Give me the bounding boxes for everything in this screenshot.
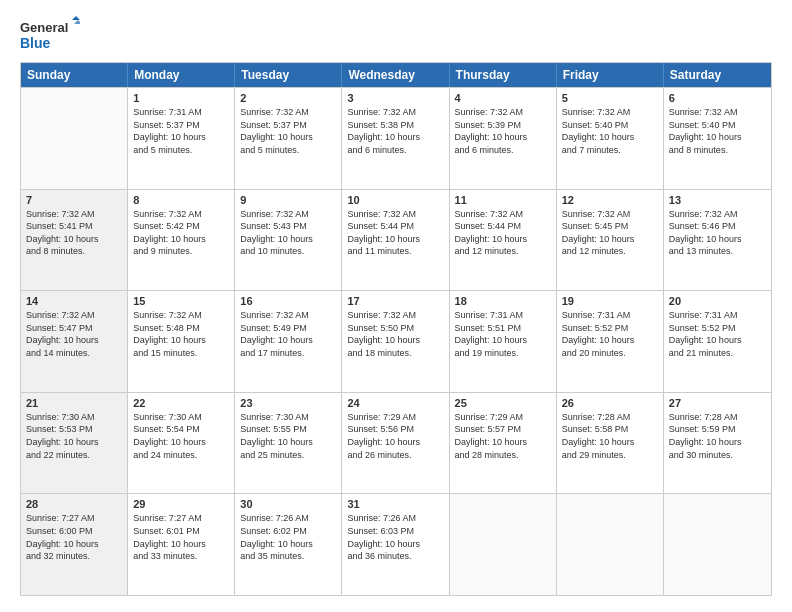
day-info: Sunrise: 7:27 AM Sunset: 6:01 PM Dayligh… xyxy=(133,512,229,562)
day-info: Sunrise: 7:31 AM Sunset: 5:52 PM Dayligh… xyxy=(562,309,658,359)
day-number: 23 xyxy=(240,397,336,409)
day-number: 22 xyxy=(133,397,229,409)
day-info: Sunrise: 7:32 AM Sunset: 5:49 PM Dayligh… xyxy=(240,309,336,359)
day-info: Sunrise: 7:32 AM Sunset: 5:40 PM Dayligh… xyxy=(562,106,658,156)
day-info: Sunrise: 7:32 AM Sunset: 5:44 PM Dayligh… xyxy=(455,208,551,258)
day-info: Sunrise: 7:32 AM Sunset: 5:41 PM Dayligh… xyxy=(26,208,122,258)
calendar-cell: 8Sunrise: 7:32 AM Sunset: 5:42 PM Daylig… xyxy=(128,190,235,291)
calendar-cell: 20Sunrise: 7:31 AM Sunset: 5:52 PM Dayli… xyxy=(664,291,771,392)
calendar-week: 21Sunrise: 7:30 AM Sunset: 5:53 PM Dayli… xyxy=(21,392,771,494)
svg-marker-2 xyxy=(72,16,80,20)
day-number: 28 xyxy=(26,498,122,510)
day-number: 5 xyxy=(562,92,658,104)
calendar-cell xyxy=(557,494,664,595)
day-info: Sunrise: 7:32 AM Sunset: 5:47 PM Dayligh… xyxy=(26,309,122,359)
calendar-cell: 5Sunrise: 7:32 AM Sunset: 5:40 PM Daylig… xyxy=(557,88,664,189)
day-info: Sunrise: 7:32 AM Sunset: 5:37 PM Dayligh… xyxy=(240,106,336,156)
day-info: Sunrise: 7:29 AM Sunset: 5:56 PM Dayligh… xyxy=(347,411,443,461)
day-number: 10 xyxy=(347,194,443,206)
logo: General Blue xyxy=(20,16,80,52)
calendar-body: 1Sunrise: 7:31 AM Sunset: 5:37 PM Daylig… xyxy=(21,87,771,595)
day-info: Sunrise: 7:32 AM Sunset: 5:43 PM Dayligh… xyxy=(240,208,336,258)
calendar-cell: 2Sunrise: 7:32 AM Sunset: 5:37 PM Daylig… xyxy=(235,88,342,189)
calendar-header-cell: Sunday xyxy=(21,63,128,87)
calendar-cell: 7Sunrise: 7:32 AM Sunset: 5:41 PM Daylig… xyxy=(21,190,128,291)
calendar-cell: 17Sunrise: 7:32 AM Sunset: 5:50 PM Dayli… xyxy=(342,291,449,392)
day-number: 4 xyxy=(455,92,551,104)
svg-text:General: General xyxy=(20,20,68,35)
calendar-week: 1Sunrise: 7:31 AM Sunset: 5:37 PM Daylig… xyxy=(21,87,771,189)
calendar-cell: 25Sunrise: 7:29 AM Sunset: 5:57 PM Dayli… xyxy=(450,393,557,494)
day-number: 29 xyxy=(133,498,229,510)
day-number: 2 xyxy=(240,92,336,104)
day-info: Sunrise: 7:31 AM Sunset: 5:52 PM Dayligh… xyxy=(669,309,766,359)
calendar-cell: 14Sunrise: 7:32 AM Sunset: 5:47 PM Dayli… xyxy=(21,291,128,392)
day-info: Sunrise: 7:28 AM Sunset: 5:59 PM Dayligh… xyxy=(669,411,766,461)
day-number: 6 xyxy=(669,92,766,104)
calendar-cell: 9Sunrise: 7:32 AM Sunset: 5:43 PM Daylig… xyxy=(235,190,342,291)
day-info: Sunrise: 7:28 AM Sunset: 5:58 PM Dayligh… xyxy=(562,411,658,461)
day-number: 14 xyxy=(26,295,122,307)
day-info: Sunrise: 7:26 AM Sunset: 6:03 PM Dayligh… xyxy=(347,512,443,562)
calendar-cell xyxy=(21,88,128,189)
day-info: Sunrise: 7:31 AM Sunset: 5:37 PM Dayligh… xyxy=(133,106,229,156)
day-info: Sunrise: 7:32 AM Sunset: 5:45 PM Dayligh… xyxy=(562,208,658,258)
day-number: 20 xyxy=(669,295,766,307)
day-info: Sunrise: 7:32 AM Sunset: 5:39 PM Dayligh… xyxy=(455,106,551,156)
day-info: Sunrise: 7:32 AM Sunset: 5:44 PM Dayligh… xyxy=(347,208,443,258)
day-info: Sunrise: 7:32 AM Sunset: 5:46 PM Dayligh… xyxy=(669,208,766,258)
calendar-cell: 15Sunrise: 7:32 AM Sunset: 5:48 PM Dayli… xyxy=(128,291,235,392)
calendar-cell: 22Sunrise: 7:30 AM Sunset: 5:54 PM Dayli… xyxy=(128,393,235,494)
calendar-cell: 3Sunrise: 7:32 AM Sunset: 5:38 PM Daylig… xyxy=(342,88,449,189)
calendar-header-cell: Saturday xyxy=(664,63,771,87)
calendar-cell: 10Sunrise: 7:32 AM Sunset: 5:44 PM Dayli… xyxy=(342,190,449,291)
calendar-cell: 31Sunrise: 7:26 AM Sunset: 6:03 PM Dayli… xyxy=(342,494,449,595)
logo-svg: General Blue xyxy=(20,16,80,52)
calendar-cell: 18Sunrise: 7:31 AM Sunset: 5:51 PM Dayli… xyxy=(450,291,557,392)
calendar-header: SundayMondayTuesdayWednesdayThursdayFrid… xyxy=(21,63,771,87)
day-info: Sunrise: 7:26 AM Sunset: 6:02 PM Dayligh… xyxy=(240,512,336,562)
day-info: Sunrise: 7:32 AM Sunset: 5:40 PM Dayligh… xyxy=(669,106,766,156)
calendar-header-cell: Friday xyxy=(557,63,664,87)
calendar-header-cell: Monday xyxy=(128,63,235,87)
day-number: 3 xyxy=(347,92,443,104)
calendar-cell: 30Sunrise: 7:26 AM Sunset: 6:02 PM Dayli… xyxy=(235,494,342,595)
day-info: Sunrise: 7:32 AM Sunset: 5:42 PM Dayligh… xyxy=(133,208,229,258)
calendar-cell: 26Sunrise: 7:28 AM Sunset: 5:58 PM Dayli… xyxy=(557,393,664,494)
day-number: 13 xyxy=(669,194,766,206)
day-number: 12 xyxy=(562,194,658,206)
calendar-cell: 28Sunrise: 7:27 AM Sunset: 6:00 PM Dayli… xyxy=(21,494,128,595)
calendar-cell: 21Sunrise: 7:30 AM Sunset: 5:53 PM Dayli… xyxy=(21,393,128,494)
day-info: Sunrise: 7:32 AM Sunset: 5:50 PM Dayligh… xyxy=(347,309,443,359)
svg-marker-3 xyxy=(74,20,80,24)
calendar-cell: 12Sunrise: 7:32 AM Sunset: 5:45 PM Dayli… xyxy=(557,190,664,291)
calendar-week: 28Sunrise: 7:27 AM Sunset: 6:00 PM Dayli… xyxy=(21,493,771,595)
day-number: 30 xyxy=(240,498,336,510)
calendar-cell: 29Sunrise: 7:27 AM Sunset: 6:01 PM Dayli… xyxy=(128,494,235,595)
calendar-cell: 1Sunrise: 7:31 AM Sunset: 5:37 PM Daylig… xyxy=(128,88,235,189)
day-number: 26 xyxy=(562,397,658,409)
day-number: 9 xyxy=(240,194,336,206)
calendar-cell: 6Sunrise: 7:32 AM Sunset: 5:40 PM Daylig… xyxy=(664,88,771,189)
calendar-cell: 4Sunrise: 7:32 AM Sunset: 5:39 PM Daylig… xyxy=(450,88,557,189)
day-number: 16 xyxy=(240,295,336,307)
calendar-cell: 13Sunrise: 7:32 AM Sunset: 5:46 PM Dayli… xyxy=(664,190,771,291)
page: General Blue SundayMondayTuesdayWednesda… xyxy=(0,0,792,612)
calendar-cell: 11Sunrise: 7:32 AM Sunset: 5:44 PM Dayli… xyxy=(450,190,557,291)
calendar-cell: 16Sunrise: 7:32 AM Sunset: 5:49 PM Dayli… xyxy=(235,291,342,392)
day-number: 27 xyxy=(669,397,766,409)
day-number: 19 xyxy=(562,295,658,307)
calendar-cell: 23Sunrise: 7:30 AM Sunset: 5:55 PM Dayli… xyxy=(235,393,342,494)
day-number: 18 xyxy=(455,295,551,307)
calendar-week: 14Sunrise: 7:32 AM Sunset: 5:47 PM Dayli… xyxy=(21,290,771,392)
day-info: Sunrise: 7:30 AM Sunset: 5:54 PM Dayligh… xyxy=(133,411,229,461)
calendar-cell: 24Sunrise: 7:29 AM Sunset: 5:56 PM Dayli… xyxy=(342,393,449,494)
calendar-cell xyxy=(664,494,771,595)
day-number: 25 xyxy=(455,397,551,409)
svg-text:Blue: Blue xyxy=(20,35,51,51)
day-number: 1 xyxy=(133,92,229,104)
day-number: 31 xyxy=(347,498,443,510)
day-number: 15 xyxy=(133,295,229,307)
day-info: Sunrise: 7:30 AM Sunset: 5:53 PM Dayligh… xyxy=(26,411,122,461)
calendar-header-cell: Thursday xyxy=(450,63,557,87)
